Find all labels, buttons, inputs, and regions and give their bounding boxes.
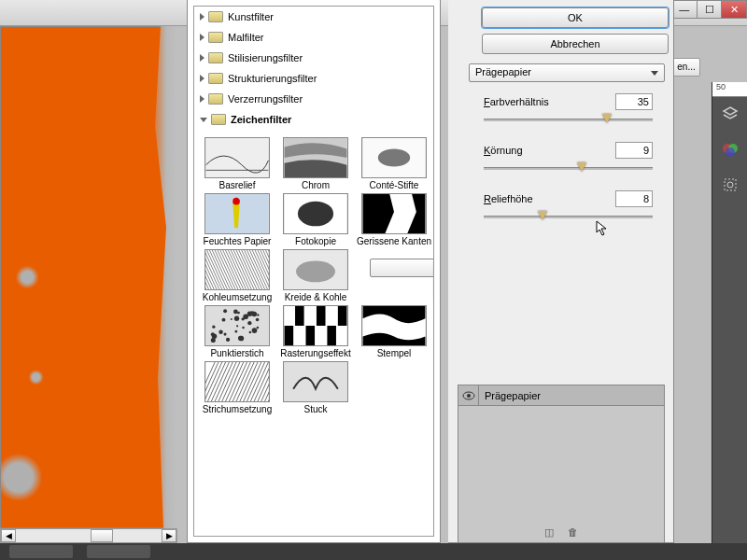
svg-rect-90 bbox=[327, 326, 336, 345]
filter-thumb bbox=[204, 249, 270, 290]
category-label: Kunstfilter bbox=[228, 11, 274, 22]
effect-layer-name[interactable]: Prägepapier bbox=[479, 390, 541, 401]
cancel-button[interactable]: Abbrechen bbox=[482, 34, 669, 54]
param-label: Reliefhöhe bbox=[484, 193, 533, 204]
scroll-right-arrow[interactable]: ▶ bbox=[162, 529, 176, 542]
filter-basrelief[interactable]: Basrelief bbox=[200, 137, 275, 191]
param-slider[interactable] bbox=[484, 211, 653, 222]
scroll-left-arrow[interactable]: ◀ bbox=[1, 529, 16, 542]
slider-handle-icon[interactable] bbox=[602, 114, 612, 123]
svg-point-58 bbox=[242, 327, 245, 329]
taskbar-item[interactable] bbox=[87, 545, 150, 558]
param-reliefhöhe: Reliefhöhe bbox=[484, 190, 653, 222]
category-label: Stilisierungsfilter bbox=[228, 52, 303, 63]
folder-icon bbox=[208, 11, 223, 22]
filter-thumb bbox=[361, 305, 427, 346]
param-input[interactable] bbox=[615, 93, 653, 110]
expand-icon bbox=[200, 95, 204, 103]
filter-kohleumsetzung[interactable]: Kohleumsetzung bbox=[200, 249, 275, 303]
param-slider[interactable] bbox=[484, 114, 653, 125]
svg-rect-87 bbox=[295, 306, 304, 326]
filter-label: Stuck bbox=[278, 404, 353, 415]
filter-gerissene-kanten[interactable]: Gerissene Kanten bbox=[357, 193, 431, 247]
channels-panel-icon[interactable] bbox=[717, 136, 743, 162]
filter-thumb bbox=[204, 193, 270, 234]
svg-point-51 bbox=[296, 260, 335, 282]
layers-panel-icon[interactable] bbox=[717, 101, 743, 127]
svg-point-83 bbox=[212, 333, 217, 338]
svg-point-74 bbox=[222, 318, 226, 322]
delete-layer-icon[interactable]: 🗑 bbox=[568, 526, 578, 538]
preview-scroll-h[interactable]: ◀ ▶ bbox=[0, 528, 177, 543]
slider-handle-icon[interactable] bbox=[577, 162, 586, 172]
filter-feuchtes-papier[interactable]: Feuchtes Papier bbox=[200, 193, 275, 247]
filter-strichumsetzung[interactable]: Strichumsetzung bbox=[200, 361, 275, 415]
svg-point-70 bbox=[237, 312, 240, 315]
settings-button-partial[interactable]: en... bbox=[672, 58, 700, 77]
svg-point-76 bbox=[238, 336, 243, 341]
filter-cont-stifte[interactable]: Conté-Stifte bbox=[357, 137, 431, 191]
taskbar-item[interactable] bbox=[9, 545, 73, 558]
minimize-button[interactable]: — bbox=[671, 0, 698, 19]
param-input[interactable] bbox=[615, 190, 653, 207]
folder-icon bbox=[211, 114, 226, 125]
svg-point-71 bbox=[252, 328, 258, 333]
scroll-thumb[interactable] bbox=[91, 529, 113, 542]
svg-point-67 bbox=[223, 309, 227, 313]
svg-point-5 bbox=[233, 198, 240, 205]
category-stilisierungsfilter[interactable]: Stilisierungsfilter bbox=[194, 48, 433, 68]
filter-chrom[interactable]: Chrom bbox=[278, 137, 353, 191]
svg-point-121 bbox=[467, 394, 471, 398]
folder-icon bbox=[208, 73, 223, 84]
filter-label: Fotokopie bbox=[278, 236, 353, 247]
param-slider[interactable] bbox=[484, 162, 653, 174]
svg-point-7 bbox=[298, 202, 333, 227]
category-kunstfilter[interactable]: Kunstfilter bbox=[194, 7, 433, 27]
visibility-icon[interactable] bbox=[458, 385, 479, 406]
svg-point-62 bbox=[257, 327, 260, 329]
close-button[interactable]: ✕ bbox=[721, 0, 747, 19]
param-input[interactable] bbox=[615, 142, 653, 159]
effect-dropdown[interactable]: Prägepapier bbox=[469, 63, 665, 82]
filter-label: Strichumsetzung bbox=[200, 404, 275, 415]
filter-label: Gerissene Kanten bbox=[357, 236, 431, 247]
svg-point-56 bbox=[257, 314, 259, 315]
svg-point-60 bbox=[256, 318, 260, 322]
category-strukturierungsfilter[interactable]: Strukturierungsfilter bbox=[194, 68, 433, 89]
maximize-button[interactable]: ☐ bbox=[697, 0, 723, 19]
category-malfilter[interactable]: Malfilter bbox=[194, 27, 433, 48]
filter-thumb bbox=[283, 137, 348, 178]
paths-panel-icon[interactable] bbox=[717, 172, 743, 198]
side-dock: 50 bbox=[712, 82, 747, 543]
svg-point-82 bbox=[250, 311, 255, 315]
new-layer-icon[interactable]: ◫ bbox=[544, 526, 554, 538]
ok-button[interactable]: OK bbox=[482, 7, 669, 28]
filter-label: Stempel bbox=[357, 348, 431, 359]
filter-thumb bbox=[283, 193, 348, 234]
category-verzerrungsfilter[interactable]: Verzerrungsfilter bbox=[194, 89, 433, 109]
filter-rasterungseffekt[interactable]: Rasterungseffekt bbox=[278, 305, 353, 359]
filter-pr-gepapier[interactable]: Prägepapier bbox=[370, 259, 434, 277]
svg-point-77 bbox=[236, 325, 238, 327]
filter-thumb bbox=[361, 137, 427, 178]
window-controls: — ☐ ✕ bbox=[672, 0, 747, 24]
svg-rect-119 bbox=[285, 362, 347, 401]
svg-rect-88 bbox=[306, 326, 316, 345]
param-label: Körnung bbox=[484, 145, 523, 156]
filter-punktierstich[interactable]: Punktierstich bbox=[200, 305, 275, 359]
category-zeichenfilter[interactable]: Zeichenfilter bbox=[194, 109, 433, 130]
ruler-tick: 50 bbox=[712, 82, 747, 97]
filter-fotokopie[interactable]: Fotokopie bbox=[278, 193, 353, 247]
category-label: Malfilter bbox=[228, 32, 264, 43]
filter-stuck[interactable]: Stuck bbox=[278, 361, 353, 415]
folder-icon bbox=[208, 52, 223, 63]
filter-label: Conté-Stifte bbox=[357, 180, 431, 191]
slider-handle-icon[interactable] bbox=[538, 211, 547, 220]
svg-point-55 bbox=[226, 338, 230, 342]
folder-icon bbox=[208, 32, 223, 43]
filter-kreide-kohle[interactable]: Kreide & Kohle bbox=[278, 249, 353, 303]
filter-stempel[interactable]: Stempel bbox=[357, 305, 431, 359]
svg-point-126 bbox=[727, 182, 733, 188]
param-label: Farbverhältnis bbox=[484, 96, 549, 107]
param-farbverhältnis: Farbverhältnis bbox=[484, 93, 653, 125]
